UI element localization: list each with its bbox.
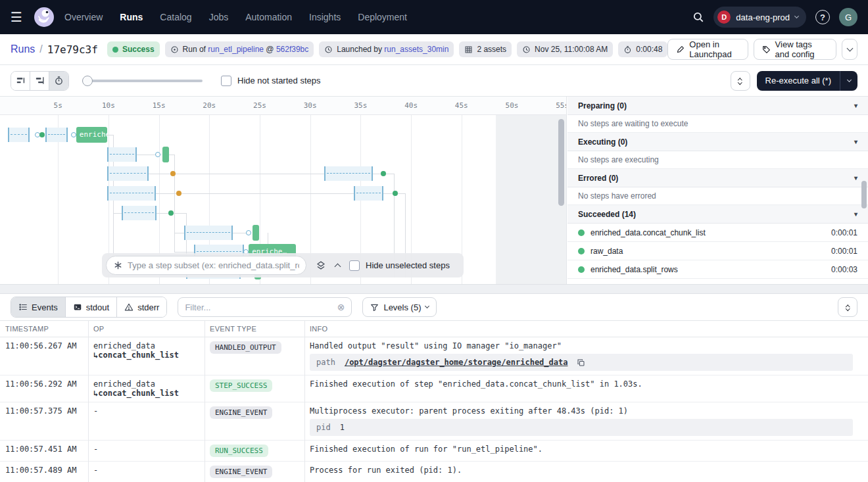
gantt-mode-timed-button[interactable] [49, 72, 68, 90]
step-bar[interactable]: enriche. [76, 127, 108, 143]
split-divider[interactable] [0, 284, 868, 294]
nav-item-deployment[interactable]: Deployment [358, 12, 407, 22]
step-list-item[interactable]: enriched_data.concat_chunk_list0:00:01 [567, 224, 868, 242]
tab-stdout[interactable]: stdout [66, 297, 117, 317]
events-toolbar: Events stdout stderr ⊗ Levels (5) [0, 294, 868, 320]
event-type-cell: HANDLED_OUTPUT [205, 337, 304, 375]
step-marker-dot[interactable] [393, 191, 398, 196]
section-header[interactable]: Errored (0)▾ [567, 169, 868, 187]
nav-item-jobs[interactable]: Jobs [209, 12, 229, 22]
clear-filter-icon[interactable]: ⊗ [337, 302, 345, 312]
event-info: Process for run exited (pid: 1). [304, 462, 868, 482]
event-op: enriched_data↳concat_chunk_list [88, 337, 205, 375]
view-tags-button[interactable]: View tags and config [754, 39, 837, 60]
reexecute-options-caret[interactable] [840, 71, 857, 91]
run-tag[interactable]: Nov 25, 11:00:08 AM [517, 41, 613, 57]
event-info: Handled output "result" using IO manager… [304, 337, 868, 375]
events-filter-input[interactable] [185, 302, 337, 312]
hide-not-started-label: Hide not started steps [237, 76, 320, 85]
run-tag[interactable]: Run of run_etl_pipeline @ 562f39bc [165, 41, 314, 57]
gantt-mode-flat-button[interactable] [11, 72, 30, 90]
tab-stderr[interactable]: stderr [117, 297, 166, 317]
step-list-item[interactable]: enriched_data.split_rows0:00:03 [567, 260, 868, 279]
nav-item-insights[interactable]: Insights [309, 12, 341, 22]
expand-collapse-button[interactable] [731, 71, 750, 91]
section-header[interactable]: Succeeded (14)▾ [567, 205, 868, 224]
col-op: OP [88, 325, 205, 333]
tab-events[interactable]: Events [11, 297, 66, 317]
section-header[interactable]: Executing (0)▾ [567, 133, 868, 151]
section-empty-message: No steps are executing [567, 151, 868, 169]
section-header[interactable]: Preparing (0)▾ [567, 97, 868, 115]
grid-icon [464, 45, 473, 54]
reexecute-all-button[interactable]: Re-execute all (*) [757, 71, 857, 91]
section-empty-message: No steps are waiting to execute [567, 115, 868, 133]
tag-link[interactable]: run_etl_pipeline [208, 45, 264, 54]
waiting-step-box [8, 128, 30, 142]
gantt-mode-waterfall-button[interactable] [30, 72, 49, 90]
event-op: - [88, 462, 205, 482]
waiting-step-box [122, 206, 157, 220]
search-icon[interactable] [692, 11, 704, 23]
step-bar[interactable] [162, 147, 169, 162]
open-in-launchpad-label: Open in Launchpad [689, 39, 739, 59]
hide-unselected-checkbox[interactable] [349, 260, 360, 271]
section-empty-message: No steps have errored [567, 187, 868, 205]
gantt-toolbar: Hide not started steps Re-execute all (*… [0, 65, 868, 97]
hamburger-menu-icon[interactable]: ☰ [11, 9, 29, 25]
step-subset-icon [113, 260, 123, 270]
tag-icon [762, 45, 771, 54]
run-tag[interactable]: 0:00:48 [618, 41, 667, 57]
caret-down-icon: ▾ [854, 102, 857, 109]
steps-panel-scrollbar[interactable] [861, 181, 867, 208]
collapse-subset-icon[interactable] [335, 264, 341, 270]
tag-label: Launched by run_assets_30min [337, 45, 448, 54]
metadata-path-link[interactable]: /opt/dagster/dagster_home/storage/enrich… [345, 358, 568, 367]
slider-handle[interactable] [82, 76, 93, 86]
hide-not-started-checkbox[interactable] [221, 76, 231, 86]
timer-icon [623, 45, 632, 54]
event-type-cell: ENGINE_EVENT [205, 402, 304, 440]
event-row: 11:00:57.451 AM-RUN_SUCCESSFinished exec… [0, 441, 868, 462]
event-type-cell: STEP_SUCCESS [205, 375, 304, 402]
step-marker-dot[interactable] [168, 210, 174, 216]
target-icon [170, 45, 179, 54]
nav-item-overview[interactable]: Overview [64, 12, 103, 22]
events-sort-button[interactable] [838, 297, 857, 317]
gantt-zoom-slider[interactable] [82, 76, 203, 86]
tag-label: Nov 25, 11:00:08 AM [535, 45, 608, 54]
step-bar[interactable] [253, 225, 259, 241]
step-subset-input[interactable] [128, 260, 299, 270]
step-list-item[interactable]: raw_data0:00:01 [567, 242, 868, 260]
help-button[interactable]: ? [815, 10, 830, 24]
step-marker-dot[interactable] [176, 191, 181, 196]
run-tag[interactable]: Launched by run_assets_30min [319, 41, 454, 57]
gantt-chart: 5s10s15s20s25s30s35s40s45s50s55s enriche… [0, 97, 567, 284]
open-in-launchpad-button[interactable]: Open in Launchpad [667, 39, 748, 60]
dagster-logo[interactable] [33, 6, 55, 28]
breadcrumb-separator: / [39, 43, 42, 55]
copy-icon[interactable] [577, 358, 585, 367]
step-list-item[interactable]: enriched_data.process_chunk [1]0:00:04 [567, 279, 868, 284]
event-type-badge: ENGINE_EVENT [210, 406, 272, 419]
nav-item-catalog[interactable]: Catalog [160, 12, 191, 22]
tag-link[interactable]: 562f39bc [276, 45, 308, 54]
tag-link[interactable]: run_assets_30min [384, 45, 448, 54]
view-tags-label: View tags and config [775, 39, 829, 59]
waiting-step-box [107, 147, 136, 162]
clock-icon [324, 45, 333, 54]
nav-item-runs[interactable]: Runs [120, 12, 143, 22]
levels-filter-button[interactable]: Levels (5) [362, 297, 437, 317]
run-tag[interactable]: 2 assets [459, 41, 512, 57]
gantt-scrollbar[interactable] [558, 119, 564, 206]
avatar[interactable]: G [839, 8, 857, 26]
nav-item-automation[interactable]: Automation [245, 12, 292, 22]
list-icon [18, 302, 28, 312]
events-table-header: TIMESTAMP OP EVENT TYPE INFO [0, 320, 868, 337]
step-marker-dot[interactable] [39, 132, 45, 137]
layers-icon[interactable] [316, 260, 326, 271]
breadcrumb-runs-link[interactable]: Runs [11, 43, 35, 55]
workspace-switcher[interactable]: D data-eng-prod [713, 7, 806, 28]
more-run-actions-button[interactable] [842, 39, 857, 60]
step-marker-dot[interactable] [381, 171, 386, 176]
